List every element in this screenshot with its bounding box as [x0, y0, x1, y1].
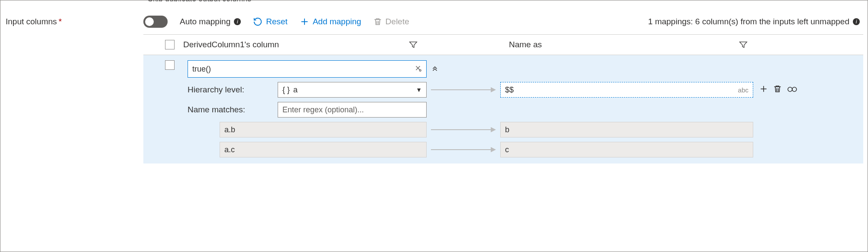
- name-matches-input[interactable]: [278, 102, 427, 118]
- arrow-icon: [427, 86, 500, 93]
- info-icon[interactable]: i: [234, 18, 241, 25]
- skip-duplicate-checkbox-label: Skip duplicate output columns: [148, 0, 868, 1]
- expression-input[interactable]: true(): [188, 60, 427, 78]
- hierarchy-level-select[interactable]: { } a ▼: [278, 82, 427, 98]
- braces-icon: { }: [282, 85, 290, 95]
- info-icon[interactable]: i: [853, 18, 860, 25]
- svg-marker-8: [491, 87, 496, 92]
- input-columns-label: Input columns*: [0, 17, 143, 26]
- arrow-icon: [427, 126, 500, 133]
- add-mapping-button[interactable]: Add mapping: [300, 17, 361, 26]
- plus-icon: [300, 17, 309, 26]
- chevron-down-icon: ▼: [416, 86, 422, 93]
- arrow-icon: [427, 146, 500, 153]
- auto-mapping-label: Auto mapping i: [180, 17, 241, 26]
- mapping-checkbox[interactable]: [165, 60, 175, 70]
- filter-icon[interactable]: [738, 40, 748, 49]
- auto-mapping-toggle[interactable]: [143, 16, 168, 28]
- delete-row-button[interactable]: [773, 85, 782, 95]
- delete-button: Delete: [373, 17, 409, 26]
- svg-point-6: [419, 69, 421, 71]
- svg-marker-18: [491, 147, 496, 152]
- svg-marker-16: [491, 127, 496, 132]
- name-as-input[interactable]: $$ abc: [500, 82, 753, 98]
- hierarchy-level-label: Hierarchy level:: [188, 85, 278, 95]
- expression-builder-icon[interactable]: [414, 64, 422, 74]
- trash-icon: [373, 17, 382, 26]
- filter-icon[interactable]: [408, 40, 418, 49]
- name-matches-label: Name matches:: [188, 105, 278, 115]
- required-asterisk: *: [58, 17, 62, 26]
- columns-header-row: DerivedColumn1's column Name as: [143, 35, 863, 55]
- svg-point-13: [788, 87, 792, 92]
- reset-icon: [253, 17, 262, 26]
- reset-button[interactable]: Reset: [253, 17, 288, 26]
- preview-target-cell: c: [500, 142, 753, 157]
- preview-source-cell: a.b: [220, 122, 427, 137]
- collapse-icon[interactable]: [431, 64, 439, 74]
- source-column-header: DerivedColumn1's column: [183, 40, 408, 49]
- mapping-row: true() Hierarchy level: { } a ▼: [143, 55, 863, 164]
- select-all-checkbox[interactable]: [165, 40, 175, 49]
- svg-point-14: [792, 87, 797, 92]
- name-as-header: Name as: [509, 40, 738, 49]
- preview-target-cell: b: [500, 122, 753, 137]
- preview-source-cell: a.c: [220, 142, 427, 157]
- mapping-status: 1 mappings: 6 column(s) from the inputs …: [648, 17, 860, 26]
- add-button[interactable]: [759, 85, 768, 95]
- link-icon[interactable]: [787, 85, 797, 95]
- abc-hint-icon: abc: [738, 86, 748, 94]
